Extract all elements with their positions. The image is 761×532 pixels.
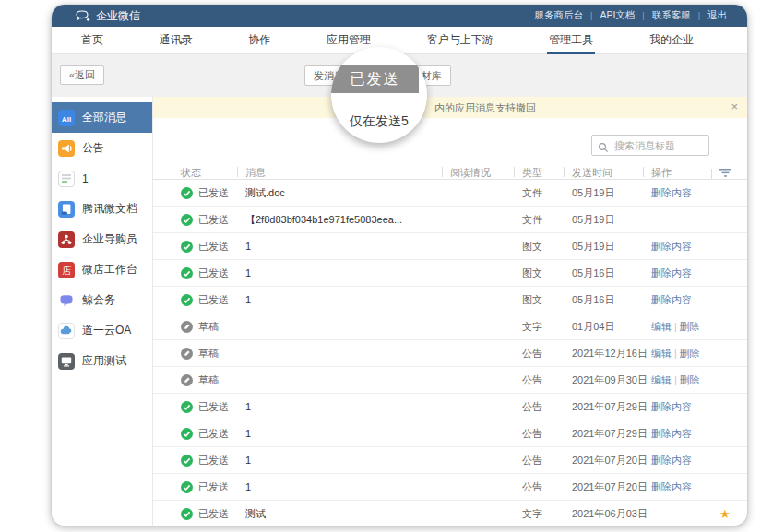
type-cell: 公告 [522,480,572,494]
sidebar-item[interactable]: 1 [52,163,152,194]
action-link[interactable]: 删除 [680,321,700,332]
action-link[interactable]: 删除内容 [651,401,692,412]
actions-cell: 删除内容 [651,427,719,441]
status-label: 已发送 [198,293,229,307]
top-link[interactable]: 服务商后台 [528,9,591,22]
type-cell: 公告 [522,373,572,387]
actions-cell: 删除内容 [651,240,719,254]
notice-bar: 内的应用消息支持撤回 × [153,97,747,118]
main-panel: 内的应用消息支持撤回 × 状态 消息 阅读情况 类型 发送时间 操作 [153,97,747,526]
type-cell: 公告 [522,454,572,467]
sidebar-item[interactable]: 企业导购员 [52,224,152,254]
sidebar-item[interactable]: 公告 [52,133,152,163]
status-label: 已发送 [198,480,229,494]
sidebar-item[interactable]: 店微店工作台 [52,254,152,285]
sent-check-icon [181,455,193,467]
top-bar: 企业微信 服务商后台|API文档|联系客服|退出 [52,5,747,27]
actions-cell: 编辑|删除 [651,320,719,334]
nav-item[interactable]: 通讯录 [160,27,193,54]
actions-cell: 删除内容 [651,480,719,494]
status-cell: 草稿 [181,373,245,387]
top-link[interactable]: 退出 [700,9,734,22]
action-link[interactable]: 删除内容 [651,294,692,305]
date-cell: 2021年12月16日 [572,347,651,361]
star-icon[interactable]: ★ [719,507,731,521]
memo-icon [58,171,75,187]
table-row: 已发送1图文05月16日删除内容 [153,260,747,287]
status-label: 已发送 [198,427,229,441]
main-nav: 首页通讯录协作应用管理客户与上下游管理工具我的企业 [52,27,747,54]
action-link[interactable]: 编辑 [651,348,672,359]
org-chart-icon [58,231,75,248]
monitor-icon [58,353,75,370]
date-cell: 05月19日 [572,240,651,254]
sidebar-item-label: 1 [82,172,89,185]
table-header: 状态 消息 阅读情况 类型 发送时间 操作 [153,166,747,180]
sidebar-item[interactable]: 鲸会务 [52,285,152,315]
status-cell: 已发送 [181,427,245,441]
col-message: 消息 [245,166,450,180]
sidebar-item[interactable]: 腾讯微文档 [52,194,152,224]
message-cell: 测试 [245,507,450,521]
sidebar-item-label: 企业导购员 [82,231,137,247]
action-link[interactable]: 编辑 [651,321,672,332]
action-link[interactable]: 删除内容 [651,267,692,278]
sidebar-item[interactable]: All全部消息 [52,102,152,133]
action-link[interactable]: 删除内容 [651,241,692,252]
nav-item[interactable]: 协作 [248,27,270,54]
actions-cell: 删除内容 [651,400,719,414]
status-cell: 已发送 [181,266,245,280]
close-icon[interactable]: × [731,100,738,113]
date-cell: 2021年07月29日 [572,400,651,414]
top-link[interactable]: API文档 [592,9,642,22]
sent-check-icon [181,187,193,199]
actions-cell: 编辑|删除 [651,347,719,361]
col-status: 状态 [181,166,245,180]
nav-item[interactable]: 客户与上下游 [427,27,493,54]
action-link[interactable]: 删除内容 [651,187,692,198]
nav-item[interactable]: 管理工具 [549,27,593,54]
draft-icon [181,321,193,333]
magnifier-lens: 已发送 仅在发送5 [331,47,427,143]
document-icon [58,201,75,218]
action-link[interactable]: 删除 [680,374,700,385]
table-row: 已发送1图文05月16日删除内容 [153,287,747,313]
actions-cell: 删除内容 [651,454,719,467]
all-badge-icon: All [58,110,75,126]
sidebar-item[interactable]: 道一云OA [52,315,152,346]
nav-item[interactable]: 首页 [81,27,103,54]
draft-icon [181,348,193,360]
table-row: 已发送【2f8d83bf034b1e971fe5083eea...文件05月19… [153,207,747,233]
filter-icon[interactable] [719,168,742,178]
type-cell: 公告 [522,400,572,414]
status-cell: 已发送 [181,454,245,467]
table-row: 已发送1公告2021年07月29日删除内容 [153,394,747,420]
shop-icon: 店 [58,262,75,278]
type-cell: 文字 [522,320,572,334]
status-label: 草稿 [198,347,219,361]
top-link[interactable]: 联系客服 [645,9,698,22]
status-cell: 已发送 [181,186,245,200]
sidebar-item-label: 鲸会务 [82,292,115,308]
sent-check-icon [181,481,193,493]
back-button[interactable]: «返回 [60,65,104,85]
table-row: 草稿公告2021年12月16日编辑|删除 [153,340,747,367]
row-extra-cell: ★ [719,507,742,521]
action-link[interactable]: 删除内容 [651,455,692,466]
type-cell: 公告 [522,427,572,441]
type-cell: 图文 [522,293,572,307]
search-input[interactable] [591,135,709,156]
status-cell: 已发送 [181,507,245,521]
action-link[interactable]: 删除内容 [651,481,692,492]
nav-item[interactable]: 我的企业 [649,27,694,54]
action-link[interactable]: 删除内容 [651,428,692,439]
status-cell: 已发送 [181,240,245,254]
type-cell: 文件 [522,186,572,200]
lens-caption: 仅在发送5 [331,113,427,130]
brand[interactable]: 企业微信 [76,8,140,24]
wechat-work-logo-icon [76,9,90,22]
date-cell: 2021年09月30日 [572,373,651,387]
sidebar-item[interactable]: 应用测试 [52,346,152,376]
action-link[interactable]: 编辑 [651,374,672,385]
action-link[interactable]: 删除 [680,348,700,359]
